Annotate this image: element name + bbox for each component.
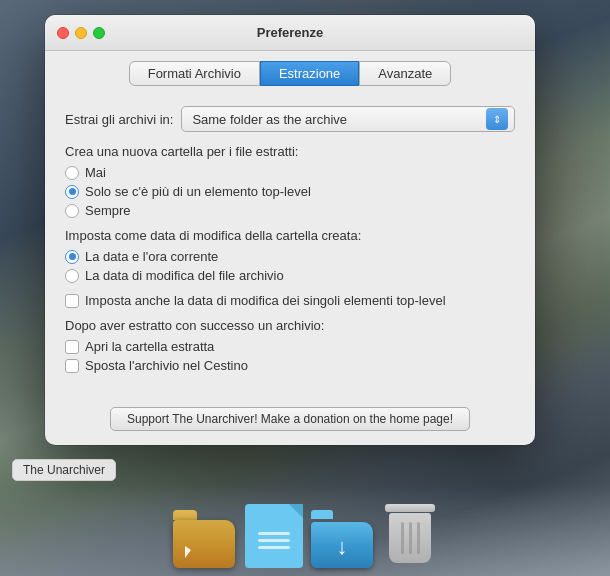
document-icon <box>245 504 303 568</box>
radio-group-1: Mai Solo se c'è più di un elemento top-l… <box>65 165 515 218</box>
after-checkboxes: Apri la cartella estratta Sposta l'archi… <box>65 339 515 373</box>
trash-line-1 <box>401 522 404 554</box>
checkbox-apri-input[interactable] <box>65 340 79 354</box>
extract-label: Estrai gli archivi in: <box>65 112 173 127</box>
dock-item-trash[interactable] <box>383 504 437 568</box>
radio-solo-label: Solo se c'è più di un elemento top-level <box>85 184 311 199</box>
finder-icon <box>173 504 237 568</box>
dock: ↓ <box>0 486 610 576</box>
checkbox-singoli-input[interactable] <box>65 294 79 308</box>
doc-line-2 <box>258 539 290 542</box>
tab-avanzate[interactable]: Avanzate <box>359 61 451 86</box>
trash-lid <box>385 504 435 512</box>
finder-folder-body <box>173 520 235 568</box>
radio-sempre[interactable]: Sempre <box>65 203 515 218</box>
extract-row: Estrai gli archivi in: Same folder as th… <box>65 106 515 132</box>
checkbox-sposta-input[interactable] <box>65 359 79 373</box>
radio-sempre-input[interactable] <box>65 204 79 218</box>
radio-mai-label: Mai <box>85 165 106 180</box>
radio-solo[interactable]: Solo se c'è più di un elemento top-level <box>65 184 515 199</box>
radio-corrente[interactable]: La data e l'ora corrente <box>65 249 515 264</box>
section3-title: Dopo aver estratto con successo un archi… <box>65 318 515 333</box>
trash-body <box>389 513 431 563</box>
section1-title: Crea una nuova cartella per i file estra… <box>65 144 515 159</box>
minimize-button[interactable] <box>75 27 87 39</box>
checkbox-sposta[interactable]: Sposta l'archivio nel Cestino <box>65 358 515 373</box>
close-button[interactable] <box>57 27 69 39</box>
extract-value: Same folder as the archive <box>192 112 347 127</box>
radio-sempre-label: Sempre <box>85 203 131 218</box>
finder-cursor-icon <box>185 546 191 558</box>
dock-item-document[interactable] <box>245 504 303 568</box>
radio-corrente-label: La data e l'ora corrente <box>85 249 218 264</box>
trash-line-2 <box>409 522 412 554</box>
finder-folder-tab <box>173 510 197 520</box>
document-lines <box>258 532 290 549</box>
dl-folder-tab <box>311 510 333 519</box>
preferences-window: Preferenze Formati Archivio Estrazione A… <box>45 15 535 445</box>
radio-mai-input[interactable] <box>65 166 79 180</box>
checkbox-singoli[interactable]: Imposta anche la data di modifica dei si… <box>65 293 515 308</box>
doc-line-1 <box>258 532 290 535</box>
trash-line-3 <box>417 522 420 554</box>
dialog-content: Estrai gli archivi in: Same folder as th… <box>45 94 535 399</box>
dock-item-downloads[interactable]: ↓ <box>311 510 375 568</box>
radio-mai[interactable]: Mai <box>65 165 515 180</box>
select-arrow-icon: ⇕ <box>486 108 508 130</box>
radio-archivio-label: La data di modifica del file archivio <box>85 268 284 283</box>
tab-formati-archivio[interactable]: Formati Archivio <box>129 61 260 86</box>
maximize-button[interactable] <box>93 27 105 39</box>
checkbox-apri[interactable]: Apri la cartella estratta <box>65 339 515 354</box>
extract-select[interactable]: Same folder as the archive ⇕ <box>181 106 515 132</box>
trash-icon <box>383 504 437 568</box>
traffic-lights <box>57 27 105 39</box>
checkbox-singoli-label: Imposta anche la data di modifica dei si… <box>85 293 446 308</box>
tab-estrazione[interactable]: Estrazione <box>260 61 359 86</box>
dl-folder-body: ↓ <box>311 522 373 568</box>
tabs-bar: Formati Archivio Estrazione Avanzate <box>45 51 535 94</box>
doc-line-3 <box>258 546 290 549</box>
checkbox-sposta-label: Sposta l'archivio nel Cestino <box>85 358 248 373</box>
title-bar: Preferenze <box>45 15 535 51</box>
bottom-bar: Support The Unarchiver! Make a donation … <box>45 399 535 445</box>
section2-title: Imposta come data di modifica della cart… <box>65 228 515 243</box>
checkbox-apri-label: Apri la cartella estratta <box>85 339 214 354</box>
dock-item-finder[interactable] <box>173 504 237 568</box>
radio-group-2: La data e l'ora corrente La data di modi… <box>65 249 515 283</box>
window-title: Preferenze <box>257 25 323 40</box>
download-arrow-icon: ↓ <box>337 534 348 560</box>
radio-solo-input[interactable] <box>65 185 79 199</box>
downloads-folder-icon: ↓ <box>311 510 375 568</box>
support-button[interactable]: Support The Unarchiver! Make a donation … <box>110 407 470 431</box>
radio-corrente-input[interactable] <box>65 250 79 264</box>
taskbar-label: The Unarchiver <box>12 459 116 481</box>
radio-archivio-input[interactable] <box>65 269 79 283</box>
radio-archivio[interactable]: La data di modifica del file archivio <box>65 268 515 283</box>
